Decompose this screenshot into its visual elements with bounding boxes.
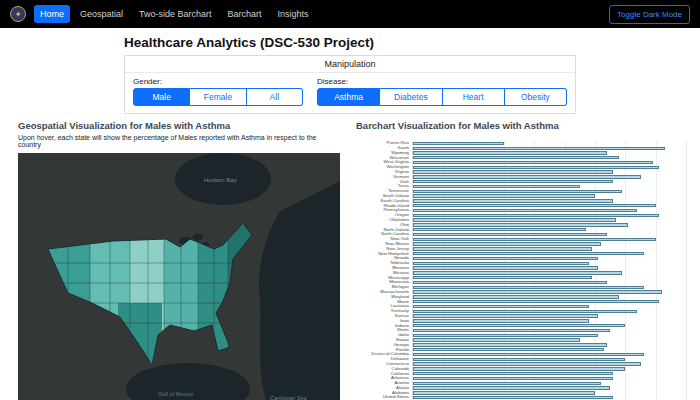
bar[interactable] — [413, 257, 598, 260]
manipulation-panel: Manipulation Gender: Male Female All Dis… — [124, 55, 576, 114]
brand-crest-logo-icon[interactable]: ✦ — [10, 6, 26, 22]
bar[interactable] — [413, 247, 592, 250]
barchart-plot-area — [412, 141, 686, 400]
bar[interactable] — [413, 180, 613, 183]
bar[interactable] — [413, 147, 665, 150]
bar[interactable] — [413, 266, 598, 269]
bar[interactable] — [413, 286, 644, 289]
gender-option-male[interactable]: Male — [133, 88, 190, 106]
gender-option-female[interactable]: Female — [190, 88, 246, 106]
bar[interactable] — [413, 151, 607, 154]
bar[interactable] — [413, 353, 644, 356]
bar[interactable] — [413, 170, 613, 173]
bar[interactable] — [413, 156, 619, 159]
navbar: ✦ Home Geospatial Two-side Barchart Barc… — [0, 0, 700, 28]
bar[interactable] — [413, 199, 613, 202]
bar-category-label: United-States — [356, 395, 412, 400]
bar[interactable] — [413, 233, 607, 236]
bar[interactable] — [413, 295, 619, 298]
gender-filter-label: Gender: — [133, 77, 303, 86]
barchart-y-axis: Puerto RicoGuamWyomingWisconsinWest-Virg… — [356, 141, 412, 400]
bar[interactable] — [413, 358, 625, 361]
bar[interactable] — [413, 166, 659, 169]
nav-item-geospatial[interactable]: Geospatial — [74, 5, 129, 23]
bar[interactable] — [413, 142, 504, 145]
disease-option-asthma[interactable]: Asthma — [317, 88, 380, 106]
barchart-title: Barchart Visualization for Males with As… — [356, 120, 686, 131]
bar[interactable] — [413, 362, 641, 365]
bar[interactable] — [413, 218, 616, 221]
bar[interactable] — [413, 290, 662, 293]
bar[interactable] — [413, 281, 607, 284]
bar[interactable] — [413, 396, 613, 399]
map-label-caribbean-sea: Caribbean Sea — [270, 395, 307, 400]
bar[interactable] — [413, 367, 625, 370]
bar[interactable] — [413, 194, 595, 197]
bar[interactable] — [413, 271, 622, 274]
bar[interactable] — [413, 300, 659, 303]
bar[interactable] — [413, 348, 604, 351]
nav-item-insights[interactable]: Insights — [272, 5, 315, 23]
bar[interactable] — [413, 161, 653, 164]
toggle-dark-mode-button[interactable]: Toggle Dark Mode — [609, 5, 690, 24]
geospatial-subtitle: Upon hover, each state will show the per… — [18, 134, 340, 148]
disease-option-heart[interactable]: Heart — [443, 88, 505, 106]
bar[interactable] — [413, 382, 601, 385]
bar[interactable] — [413, 223, 628, 226]
bar[interactable] — [413, 238, 656, 241]
page-title: Healthcare Analytics (DSC-530 Project) — [124, 35, 576, 50]
barchart: Puerto RicoGuamWyomingWisconsinWest-Virg… — [356, 141, 686, 400]
bar[interactable] — [413, 334, 598, 337]
disease-option-obesity[interactable]: Obesity — [505, 88, 567, 106]
bar[interactable] — [413, 391, 595, 394]
gender-filter-group: Gender: Male Female All — [133, 77, 303, 106]
bar[interactable] — [413, 185, 580, 188]
bar[interactable] — [413, 310, 637, 313]
manipulation-panel-title: Manipulation — [125, 56, 575, 73]
bar[interactable] — [413, 319, 589, 322]
choropleth-map[interactable]: Hudson Bay Gulf of Mexico Caribbean Sea … — [18, 153, 340, 400]
bar[interactable] — [413, 329, 610, 332]
bar[interactable] — [413, 377, 613, 380]
bar[interactable] — [413, 276, 592, 279]
nav-item-barchart[interactable]: Barchart — [222, 5, 268, 23]
bar[interactable] — [413, 204, 656, 207]
bar[interactable] — [413, 386, 610, 389]
gender-option-all[interactable]: All — [247, 88, 303, 106]
disease-option-diabetes[interactable]: Diabetes — [380, 88, 442, 106]
nav-item-two-side-barchart[interactable]: Two-side Barchart — [133, 5, 218, 23]
bar[interactable] — [413, 175, 641, 178]
bar[interactable] — [413, 314, 598, 317]
nav-item-home[interactable]: Home — [34, 5, 70, 23]
bar[interactable] — [413, 324, 625, 327]
nav-items: Home Geospatial Two-side Barchart Barcha… — [34, 5, 315, 23]
geospatial-title: Geospatial Visualization for Males with … — [18, 120, 340, 131]
bar[interactable] — [413, 209, 637, 212]
bar[interactable] — [413, 262, 589, 265]
bar[interactable] — [413, 338, 580, 341]
gridline — [686, 141, 687, 400]
bar[interactable] — [413, 242, 601, 245]
bar[interactable] — [413, 190, 622, 193]
bar[interactable] — [413, 214, 659, 217]
disease-filter-label: Disease: — [317, 77, 567, 86]
us-choropleth-svg: Hudson Bay Gulf of Mexico Caribbean Sea — [18, 153, 340, 400]
disease-filter-group: Disease: Asthma Diabetes Heart Obesity — [317, 77, 567, 106]
map-label-gulf-of-mexico: Gulf of Mexico — [158, 391, 193, 397]
bar[interactable] — [413, 228, 586, 231]
bar[interactable] — [413, 305, 589, 308]
bar[interactable] — [413, 372, 613, 375]
map-label-hudson-bay: Hudson Bay — [204, 177, 237, 183]
bar[interactable] — [413, 252, 644, 255]
bar[interactable] — [413, 343, 607, 346]
